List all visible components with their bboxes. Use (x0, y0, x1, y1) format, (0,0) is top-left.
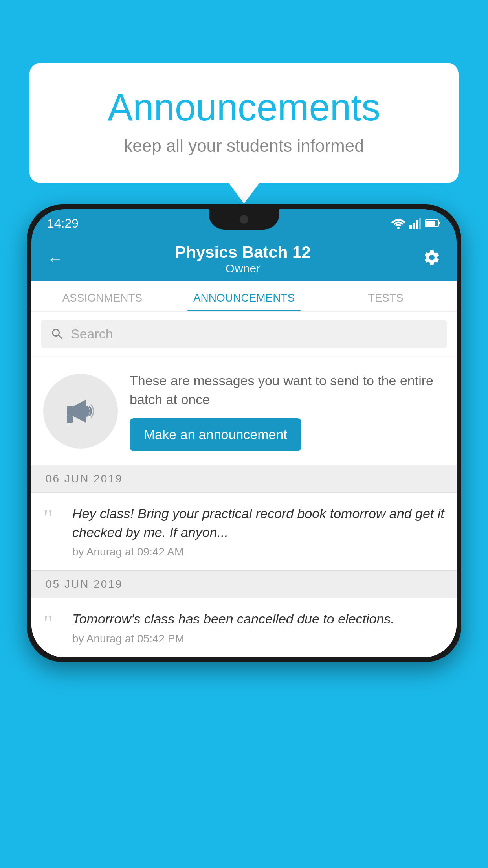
notch (209, 209, 279, 230)
svg-point-0 (397, 227, 400, 229)
app-bar: ← Physics Batch 12 Owner (31, 237, 457, 281)
megaphone-icon (61, 392, 100, 431)
announcement-meta-2: by Anurag at 05:42 PM (72, 633, 394, 645)
signal-icon (409, 218, 421, 229)
intro-text: These are messages you want to send to t… (130, 371, 445, 409)
date-separator-1: 06 JUN 2019 (31, 465, 457, 493)
announcement-item-2[interactable]: " Tomorrow's class has been cancelled du… (31, 598, 457, 657)
announcement-intro: These are messages you want to send to t… (31, 357, 457, 465)
svg-point-9 (83, 406, 90, 417)
announcement-text-2: Tomorrow's class has been cancelled due … (72, 610, 394, 629)
search-bar-container: Search (31, 312, 457, 356)
app-bar-center: Physics Batch 12 Owner (67, 243, 419, 275)
app-bar-subtitle: Owner (67, 262, 419, 275)
svg-rect-2 (413, 223, 415, 229)
phone: 14:29 (27, 204, 461, 662)
app-bar-title: Physics Batch 12 (67, 243, 419, 262)
tabs-bar: ASSIGNMENTS ANNOUNCEMENTS TESTS (31, 281, 457, 312)
svg-rect-6 (438, 222, 440, 224)
svg-rect-3 (416, 220, 418, 229)
svg-rect-4 (419, 218, 421, 229)
megaphone-circle (43, 374, 118, 449)
speech-bubble-section: Announcements keep all your students inf… (29, 63, 459, 183)
search-icon (50, 327, 64, 341)
quote-icon-1: " (43, 506, 63, 530)
speech-bubble: Announcements keep all your students inf… (29, 63, 459, 183)
tab-assignments[interactable]: ASSIGNMENTS (31, 292, 173, 311)
content-area: Search (31, 312, 457, 657)
bubble-title: Announcements (61, 86, 427, 128)
announcement-text-1: Hey class! Bring your practical record b… (72, 504, 445, 542)
tab-tests[interactable]: TESTS (315, 292, 457, 311)
wifi-icon (391, 218, 405, 229)
announcement-meta-1: by Anurag at 09:42 AM (72, 546, 445, 558)
announcement-content-1: Hey class! Bring your practical record b… (72, 504, 445, 558)
quote-icon-2: " (43, 611, 63, 635)
phone-screen: 14:29 (31, 209, 457, 657)
bubble-subtitle: keep all your students informed (61, 136, 427, 156)
search-placeholder: Search (71, 326, 113, 342)
svg-rect-10 (67, 416, 73, 423)
status-icons (391, 218, 441, 229)
announcement-item-1[interactable]: " Hey class! Bring your practical record… (31, 493, 457, 570)
search-input-wrap[interactable]: Search (41, 320, 447, 348)
gear-icon (423, 248, 441, 267)
status-time: 14:29 (47, 216, 79, 231)
camera-dot (240, 215, 248, 224)
announcement-content-2: Tomorrow's class has been cancelled due … (72, 610, 394, 645)
svg-rect-7 (426, 221, 435, 226)
settings-button[interactable] (419, 245, 445, 274)
svg-rect-1 (409, 225, 412, 229)
tab-announcements[interactable]: ANNOUNCEMENTS (173, 292, 315, 311)
date-separator-2: 05 JUN 2019 (31, 570, 457, 598)
phone-container: 14:29 (27, 204, 461, 662)
back-button[interactable]: ← (43, 246, 67, 272)
intro-right: These are messages you want to send to t… (130, 371, 445, 451)
battery-icon (425, 219, 441, 228)
status-bar: 14:29 (31, 209, 457, 237)
make-announcement-button[interactable]: Make an announcement (130, 418, 301, 451)
